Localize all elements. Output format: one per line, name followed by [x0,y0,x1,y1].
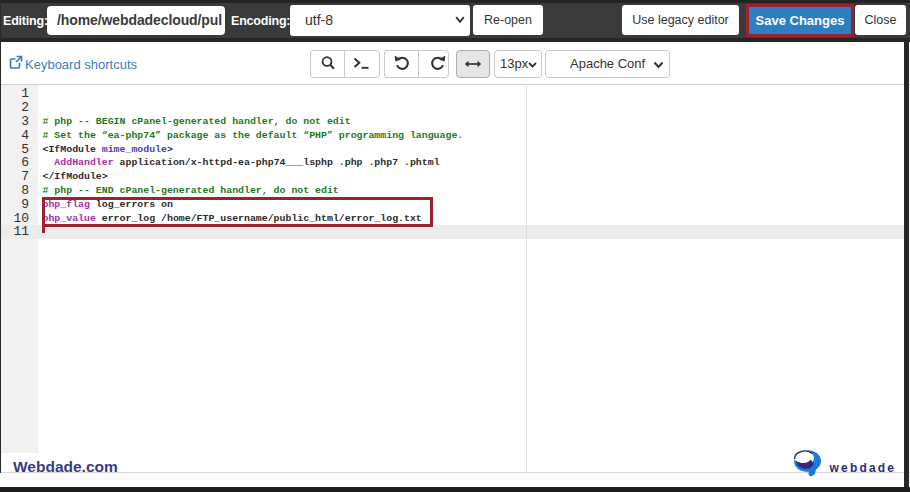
svg-text:webdade: webdade [829,461,897,475]
